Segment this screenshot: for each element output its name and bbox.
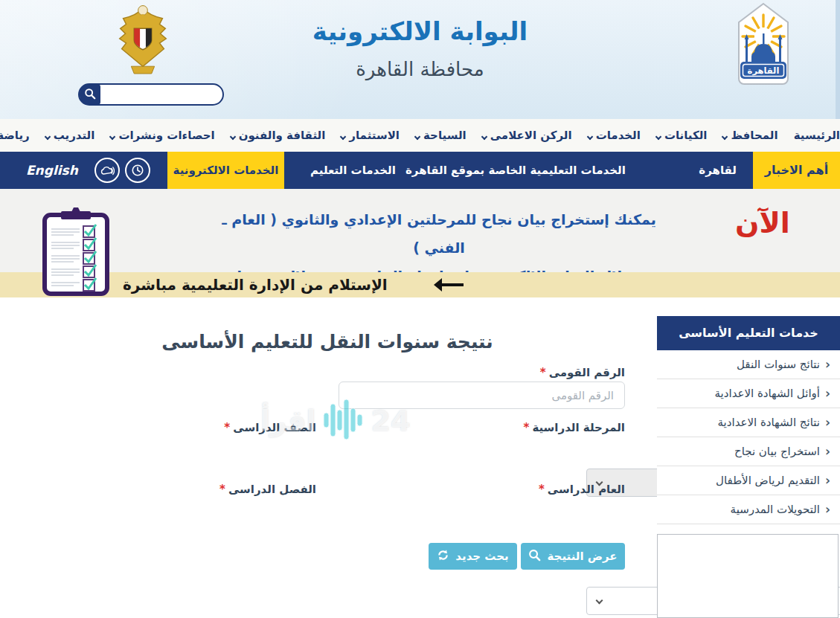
- national-id-label: الرقم القومى*: [339, 366, 625, 379]
- nav-item-entities[interactable]: الكيانات: [656, 129, 708, 142]
- grade-label: الصف الدراسى*: [31, 421, 316, 434]
- chevron-left-icon: ‹: [825, 416, 830, 429]
- sidebar-item-transfer-results[interactable]: ‹ نتائج سنوات النقل: [657, 350, 840, 379]
- page: البوابة الالكترونية محافظة القاهرة: [0, 0, 840, 618]
- nav-item-investment[interactable]: الاستثمار: [341, 129, 400, 142]
- nav-item-training[interactable]: التدريب: [45, 129, 95, 142]
- national-id-input[interactable]: [339, 382, 625, 409]
- nav-item-governor[interactable]: المحافظ: [722, 129, 778, 142]
- nav-item-media[interactable]: الركن الاعلامى: [482, 129, 572, 142]
- cairo-governorate-logo: القاهرة: [733, 1, 794, 89]
- eservices-link-active[interactable]: الخدمات الالكترونية: [167, 152, 284, 189]
- nav-item-home[interactable]: الرئيسية: [794, 129, 840, 142]
- main-navigation: الرئيسية المحافظ الكيانات الخدمات الركن …: [0, 119, 840, 152]
- english-language-toggle[interactable]: English: [26, 152, 78, 189]
- governorate-subtitle: محافظة القاهرة: [0, 58, 840, 80]
- search-icon: [528, 549, 541, 564]
- banner-strip-text: الإستلام من الإدارة التعليمية مباشرة: [123, 272, 388, 297]
- search-button[interactable]: [80, 84, 100, 105]
- nav-item-culture[interactable]: الثقافة والفنون: [231, 129, 326, 142]
- chevron-down-icon: [340, 133, 346, 139]
- sidebar-item-prep-top-students[interactable]: ‹ أوائل الشهادة الاعدادية: [657, 379, 840, 408]
- news-ticker-text: لقاهرة: [692, 152, 737, 189]
- main-content: نتيجة سنوات النقل للتعليم الأساسى الرقم …: [0, 297, 840, 618]
- now-badge: الآن: [733, 207, 792, 239]
- form-title: نتيجة سنوات النقل للتعليم الأساسى: [0, 331, 655, 353]
- portal-title: البوابة الالكترونية: [0, 16, 840, 46]
- search-input[interactable]: [100, 86, 239, 103]
- new-search-button[interactable]: بحث جديد: [429, 543, 517, 570]
- edu-services-link[interactable]: الخدمات التعليم: [310, 152, 396, 189]
- sidebar-item-prep-results[interactable]: ‹ نتائج الشهادة الاعدادية: [657, 408, 840, 437]
- chevron-left-icon: ‹: [825, 474, 830, 487]
- semester-label: الفصل الدراسى*: [31, 483, 316, 496]
- cairo-logo-text: القاهرة: [748, 65, 780, 76]
- accessibility-clock-icon[interactable]: [125, 158, 150, 183]
- nav-item-statistics[interactable]: احصاءات ونشرات: [110, 129, 214, 142]
- search-icon: [84, 88, 96, 102]
- announcement-line1: يمكنك إستخراج بيان نجاح للمرحلتين الإعدا…: [216, 205, 662, 262]
- sidebar-empty-panel: [657, 534, 839, 618]
- chevron-left-icon: ‹: [825, 358, 830, 371]
- nav-item-services[interactable]: الخدمات: [588, 129, 641, 142]
- chevron-down-icon: [722, 133, 728, 139]
- chevron-left-icon: ‹: [825, 387, 830, 400]
- chevron-left-icon: ‹: [825, 445, 830, 458]
- checklist-clipboard-illustration: [39, 205, 113, 300]
- nav-item-sports[interactable]: رياضة: [0, 129, 30, 142]
- screen-reader-cloud-icon[interactable]: [94, 158, 120, 183]
- search-bar: [78, 83, 224, 106]
- chevron-down-icon: [229, 133, 235, 139]
- show-result-button[interactable]: عرض النتيجة: [521, 543, 625, 570]
- chevron-down-icon: [414, 133, 420, 139]
- nav-item-tourism[interactable]: السياحة: [415, 129, 467, 142]
- sidebar-item-success-statement[interactable]: ‹ استخراج بيان نجاح: [657, 437, 840, 466]
- year-label: العام الدراسى*: [339, 483, 625, 496]
- left-arrow-icon: [434, 278, 465, 292]
- refresh-icon: [437, 549, 449, 564]
- edu-services-site-link[interactable]: الخدمات التعليمية الخاصة بموقع القاهرة: [405, 152, 626, 189]
- chevron-down-icon: [586, 133, 592, 139]
- chevron-left-icon: ‹: [825, 503, 830, 516]
- header: البوابة الالكترونية محافظة القاهرة: [0, 0, 840, 119]
- chevron-down-icon: [44, 133, 50, 139]
- announcement-banner: الآن يمكنك إستخراج بيان نجاح للمرحلتين ا…: [0, 189, 840, 272]
- chevron-down-icon: [596, 597, 603, 605]
- stage-label: المرحلة الدراسية*: [339, 421, 625, 434]
- chevron-down-icon: [655, 133, 661, 139]
- sidebar-item-school-transfers[interactable]: ‹ التحويلات المدرسية: [657, 495, 840, 524]
- top-news-label[interactable]: أهم الاخبار: [753, 152, 840, 189]
- sidebar-title: خدمات التعليم الأساسى: [657, 316, 840, 350]
- chevron-down-icon: [109, 133, 115, 139]
- sidebar-item-kindergarten[interactable]: ‹ التقديم لرياض الأطفال: [657, 466, 840, 495]
- news-services-bar: أهم الاخبار لقاهرة الخدمات التعليمية الخ…: [0, 152, 840, 189]
- chevron-down-icon: [481, 133, 487, 139]
